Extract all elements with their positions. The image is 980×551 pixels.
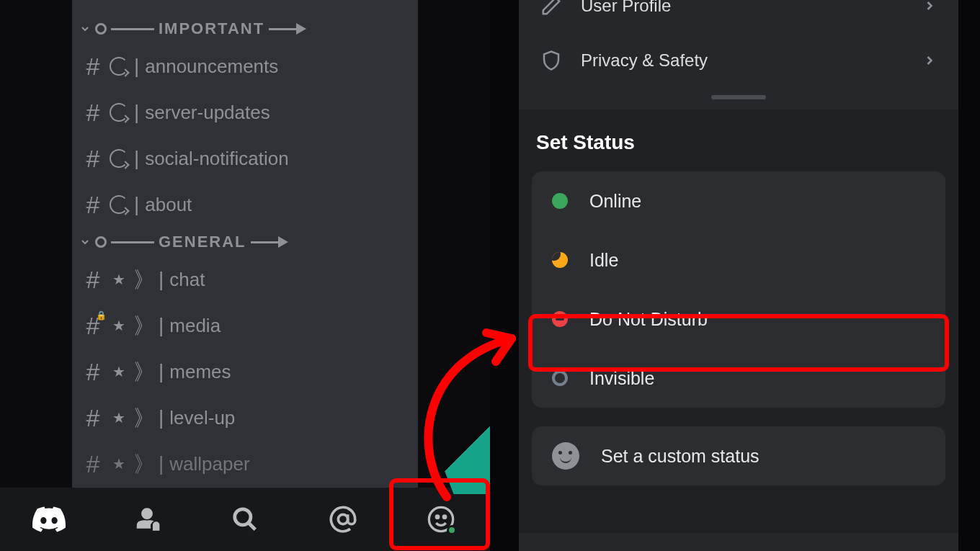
- status-label: Idle: [589, 250, 618, 271]
- svg-point-4: [436, 516, 438, 518]
- hash-icon: #: [82, 191, 104, 219]
- nav-mentions[interactable]: [326, 502, 360, 537]
- svg-line-1: [249, 523, 256, 530]
- hash-icon: #: [82, 404, 104, 432]
- status-label: Online: [589, 191, 641, 212]
- channel-name: memes: [169, 361, 231, 383]
- category-line-left: [111, 241, 154, 243]
- status-option-online[interactable]: Online: [532, 171, 945, 230]
- category-label: GENERAL: [154, 233, 251, 251]
- thread-icon: [110, 103, 128, 122]
- settings-label: User Profile: [581, 0, 671, 16]
- category-general[interactable]: GENERAL: [72, 228, 418, 256]
- channel-name: wallpaper: [169, 453, 249, 475]
- status-label: Invisible: [589, 368, 654, 389]
- category-line-right: [269, 28, 298, 30]
- hash-lock-icon: #🔒: [82, 312, 104, 340]
- channel-name: social-notification: [145, 148, 288, 170]
- svg-point-5: [443, 516, 445, 518]
- star-icon: ★: [110, 454, 128, 473]
- left-screenshot: IMPORTANT # | announcements # | server-u…: [0, 0, 490, 551]
- settings-row-privacy-safety[interactable]: Privacy & Safety: [523, 33, 954, 88]
- hash-icon: #: [82, 145, 104, 173]
- channel-announcements[interactable]: # | announcements: [72, 43, 418, 89]
- channel-name: media: [169, 315, 220, 337]
- chevron-down-icon: [79, 236, 91, 248]
- divider-icon: |: [159, 268, 164, 291]
- divider-icon: |: [134, 101, 139, 124]
- nav-friends[interactable]: [130, 502, 164, 537]
- category-line-right: [251, 241, 280, 243]
- custom-status-button[interactable]: Set a custom status: [532, 426, 945, 485]
- settings-label: Privacy & Safety: [581, 50, 708, 71]
- hash-icon: #: [82, 450, 104, 478]
- category-bullet-icon: [95, 236, 107, 248]
- divider-icon: |: [159, 406, 164, 429]
- category-label: IMPORTANT: [154, 19, 269, 38]
- chevron-right-icon: [922, 53, 937, 68]
- thread-icon: [110, 57, 128, 76]
- star-icon: ★: [110, 362, 128, 381]
- thread-icon: [110, 195, 128, 214]
- channel-about[interactable]: # | about: [72, 182, 418, 228]
- category-bullet-icon: [95, 23, 107, 35]
- channel-sidebar: IMPORTANT # | announcements # | server-u…: [72, 0, 418, 511]
- divider-icon: |: [159, 452, 164, 475]
- channel-wallpaper[interactable]: # ★ 》 | wallpaper: [72, 441, 418, 487]
- status-option-idle[interactable]: Idle: [532, 230, 945, 290]
- nav-status-emoji[interactable]: [424, 502, 458, 537]
- nav-discord-logo[interactable]: [32, 502, 66, 537]
- arrow-right-icon: [296, 23, 306, 35]
- channel-chat[interactable]: # ★ 》 | chat: [72, 256, 418, 303]
- channel-server-updates[interactable]: # | server-updates: [72, 89, 418, 135]
- invisible-ring-icon: [552, 370, 568, 386]
- channel-social-notification[interactable]: # | social-notification: [72, 135, 418, 182]
- idle-moon-icon: [552, 252, 568, 268]
- right-screenshot: User Profile Privacy & Safety Set Status…: [519, 0, 958, 551]
- chevrons-icon: 》: [134, 357, 153, 387]
- nav-search[interactable]: [228, 502, 262, 537]
- category-important[interactable]: IMPORTANT: [72, 14, 418, 43]
- divider-icon: |: [159, 360, 164, 383]
- channel-name: announcements: [145, 55, 278, 78]
- star-icon: ★: [110, 408, 128, 427]
- status-label: Do Not Disturb: [589, 309, 708, 330]
- divider-icon: |: [134, 193, 139, 216]
- chevrons-icon: 》: [134, 310, 153, 341]
- chevrons-icon: 》: [134, 403, 153, 433]
- chevrons-icon: 》: [134, 449, 153, 479]
- channel-memes[interactable]: # ★ 》 | memes: [72, 349, 418, 395]
- channel-name: chat: [169, 269, 205, 291]
- thread-icon: [110, 149, 128, 168]
- sheet-drag-handle[interactable]: [711, 95, 766, 99]
- arrow-right-icon: [278, 236, 288, 248]
- bottom-nav: [0, 488, 490, 551]
- hash-icon: #: [82, 53, 104, 81]
- channel-media[interactable]: #🔒 ★ 》 | media: [72, 303, 418, 349]
- hash-icon: #: [82, 358, 104, 386]
- channel-name: about: [145, 194, 192, 216]
- custom-status-group: Set a custom status: [532, 426, 945, 485]
- custom-status-label: Set a custom status: [601, 446, 760, 467]
- chevron-down-icon: [79, 23, 91, 35]
- hash-icon: #: [82, 266, 104, 294]
- sheet-title: Set Status: [536, 131, 941, 154]
- status-sheet: Set Status Online Idle Do Not Disturb In…: [519, 109, 958, 533]
- star-icon: ★: [110, 270, 128, 289]
- status-option-invisible[interactable]: Invisible: [532, 349, 945, 408]
- online-dot-icon: [552, 193, 568, 209]
- settings-row-user-profile[interactable]: User Profile: [523, 0, 954, 33]
- pencil-icon: [540, 0, 562, 17]
- divider-icon: |: [159, 314, 164, 337]
- svg-point-2: [338, 514, 347, 524]
- channel-level-up[interactable]: # ★ 》 | level-up: [72, 395, 418, 441]
- divider-icon: |: [134, 147, 139, 170]
- svg-point-0: [235, 509, 251, 525]
- hash-icon: #: [82, 99, 104, 127]
- shield-icon: [540, 50, 562, 71]
- emoji-face-icon: [552, 442, 579, 470]
- chevrons-icon: 》: [134, 264, 153, 295]
- chevron-right-icon: [922, 0, 937, 13]
- status-options-group: Online Idle Do Not Disturb Invisible: [532, 171, 945, 408]
- status-option-dnd[interactable]: Do Not Disturb: [532, 290, 945, 349]
